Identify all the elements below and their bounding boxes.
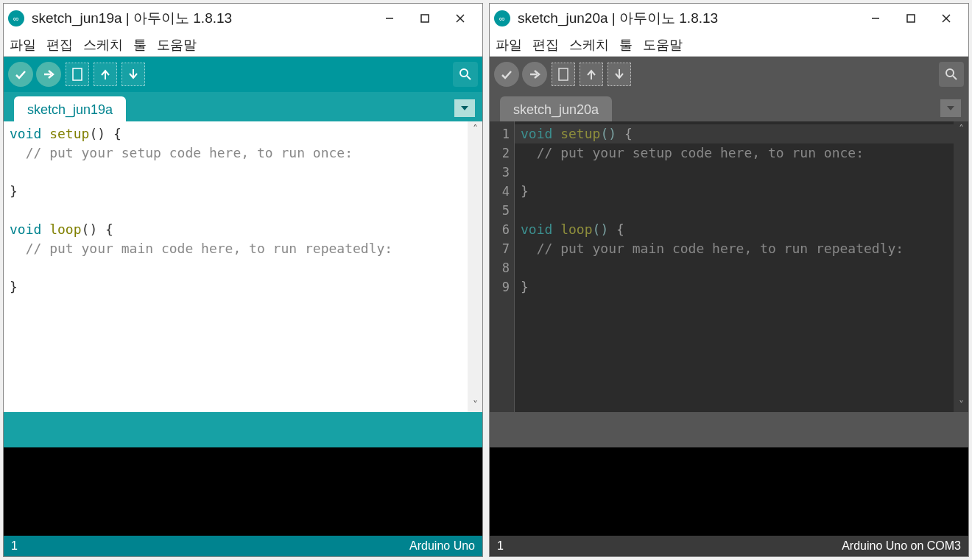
tab-menu-dropdown[interactable]: [454, 99, 475, 117]
new-button[interactable]: [66, 63, 89, 86]
menu-file[interactable]: 파일: [10, 36, 36, 54]
scroll-down-icon[interactable]: ˅: [954, 397, 968, 412]
new-button[interactable]: [552, 63, 575, 86]
menu-sketch[interactable]: 스케치: [83, 36, 123, 54]
titlebar: ∞ sketch_jun19a | 아두이노 1.8.13: [4, 4, 482, 33]
titlebar: ∞ sketch_jun20a | 아두이노 1.8.13: [490, 4, 968, 33]
maximize-button[interactable]: [407, 7, 443, 30]
status-line-number: 1: [497, 539, 504, 553]
tab-menu-dropdown[interactable]: [940, 99, 961, 117]
status-board-info: Arduino Uno on COM3: [842, 539, 961, 553]
menu-help[interactable]: 도움말: [157, 36, 197, 54]
close-button[interactable]: [929, 7, 964, 30]
minimize-button[interactable]: [858, 7, 893, 30]
svg-marker-21: [947, 106, 954, 110]
verify-button[interactable]: [8, 62, 33, 87]
console[interactable]: [4, 447, 482, 536]
svg-rect-16: [559, 68, 568, 80]
svg-rect-1: [421, 15, 429, 22]
status-bar: 1 Arduino Uno on COM3: [490, 536, 968, 556]
menu-tools[interactable]: 툴: [619, 36, 633, 54]
editor[interactable]: void setup() { // put your setup code he…: [4, 121, 482, 412]
svg-rect-12: [907, 15, 915, 22]
scroll-up-icon[interactable]: ˄: [468, 121, 482, 136]
svg-point-19: [946, 69, 954, 77]
menu-sketch[interactable]: 스케치: [569, 36, 609, 54]
open-button[interactable]: [580, 63, 603, 86]
close-button[interactable]: [443, 7, 478, 30]
window-title: sketch_jun20a | 아두이노 1.8.13: [518, 9, 858, 28]
scroll-down-icon[interactable]: ˅: [468, 397, 482, 412]
serial-monitor-button[interactable]: [939, 62, 964, 87]
window-title: sketch_jun19a | 아두이노 1.8.13: [32, 9, 372, 28]
toolbar: [490, 57, 968, 92]
console[interactable]: [490, 447, 968, 536]
svg-rect-5: [73, 68, 82, 80]
svg-marker-10: [461, 106, 468, 110]
svg-line-9: [467, 76, 471, 79]
sketch-tab[interactable]: sketch_jun19a: [14, 96, 126, 121]
menubar: 파일 편집 스케치 툴 도움말: [4, 33, 482, 57]
scrollbar[interactable]: ˄ ˅: [954, 121, 968, 412]
sketch-tab[interactable]: sketch_jun20a: [500, 96, 612, 121]
arduino-window-dark: ∞ sketch_jun20a | 아두이노 1.8.13 파일 편집 스케치 …: [489, 3, 969, 557]
tabbar: sketch_jun19a: [4, 92, 482, 121]
verify-button[interactable]: [494, 62, 519, 87]
save-button[interactable]: [122, 63, 145, 86]
scroll-up-icon[interactable]: ˄: [954, 121, 968, 136]
menu-edit[interactable]: 편집: [46, 36, 73, 54]
line-number-gutter: 123456789: [490, 121, 515, 412]
arduino-window-light: ∞ sketch_jun19a | 아두이노 1.8.13 파일 편집 스케치 …: [3, 3, 483, 557]
upload-button[interactable]: [36, 62, 61, 87]
menubar: 파일 편집 스케치 툴 도움말: [490, 33, 968, 57]
status-line-number: 1: [11, 539, 18, 553]
maximize-button[interactable]: [893, 7, 929, 30]
toolbar: [4, 57, 482, 92]
message-band: [490, 412, 968, 447]
status-board-info: Arduino Uno: [409, 539, 475, 553]
minimize-button[interactable]: [372, 7, 407, 30]
menu-file[interactable]: 파일: [496, 36, 522, 54]
svg-line-20: [953, 76, 957, 79]
editor[interactable]: 123456789 void setup() { // put your set…: [490, 121, 968, 412]
open-button[interactable]: [94, 63, 117, 86]
menu-help[interactable]: 도움말: [643, 36, 683, 54]
menu-tools[interactable]: 툴: [133, 36, 147, 54]
arduino-infinity-icon: ∞: [494, 10, 510, 26]
menu-edit[interactable]: 편집: [532, 36, 559, 54]
arduino-infinity-icon: ∞: [8, 10, 24, 26]
tabbar: sketch_jun20a: [490, 92, 968, 121]
status-bar: 1 Arduino Uno: [4, 536, 482, 556]
svg-point-8: [460, 69, 468, 77]
scrollbar[interactable]: ˄ ˅: [468, 121, 482, 412]
message-band: [4, 412, 482, 447]
upload-button[interactable]: [522, 62, 547, 87]
save-button[interactable]: [608, 63, 631, 86]
serial-monitor-button[interactable]: [453, 62, 478, 87]
code-area[interactable]: void setup() { // put your setup code he…: [4, 121, 468, 412]
code-area[interactable]: void setup() { // put your setup code he…: [515, 121, 954, 412]
